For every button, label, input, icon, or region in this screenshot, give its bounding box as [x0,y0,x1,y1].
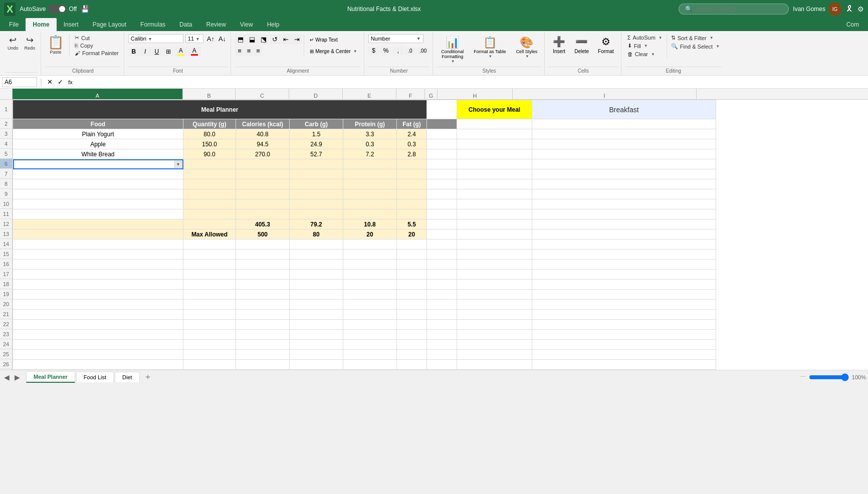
row-num-18[interactable]: 18 [0,279,12,289]
cell-g10[interactable] [427,199,457,209]
comments-label[interactable]: Com [839,18,866,31]
cell-d13[interactable]: 80 [290,229,343,239]
bold-button[interactable]: B [128,47,139,56]
cell-a1[interactable]: Meal Planner [13,100,427,119]
cell-a11[interactable] [13,209,183,219]
italic-button[interactable]: I [140,47,151,56]
autosave-toggle[interactable] [48,5,66,13]
row-num-26[interactable]: 26 [0,359,12,369]
format-button[interactable]: ⚙ Format [594,34,618,56]
row-num-25[interactable]: 25 [0,349,12,359]
cell-a10[interactable] [13,199,183,209]
decrease-decimal-button[interactable]: .0 [404,47,415,55]
font-color-button[interactable]: A [188,46,201,57]
align-top-left-button[interactable]: ⬒ [235,34,246,45]
cell-c11[interactable] [236,209,290,219]
cell-a5[interactable]: White Bread [13,149,183,159]
save-icon[interactable]: 💾 [81,5,89,13]
cell-b11[interactable] [183,209,236,219]
col-header-d[interactable]: D [289,89,343,99]
cell-a2[interactable]: Food [13,119,183,129]
formula-insert-function-button[interactable]: fx [66,78,75,86]
cell-b10[interactable] [183,199,236,209]
fill-button[interactable]: ⬇ Fill ▼ [625,42,665,50]
cell-i11[interactable] [532,209,716,219]
cell-h7[interactable] [457,169,532,179]
cell-e9[interactable] [343,189,397,199]
cell-i3[interactable] [532,129,716,139]
cell-a3[interactable]: Plain Yogurt [13,129,183,139]
cell-h1[interactable]: Choose your Meal [457,100,532,119]
cell-d7[interactable] [290,169,343,179]
row-num-2[interactable]: 2 [0,119,12,129]
cell-d8[interactable] [290,179,343,189]
delete-button[interactable]: ➖ Delete [570,34,593,56]
cell-c13[interactable]: 500 [236,229,290,239]
ribbon-icon[interactable]: 🎗 [845,5,853,14]
row-num-3[interactable]: 3 [0,129,12,139]
cell-f5[interactable]: 2.8 [397,149,427,159]
row-num-15[interactable]: 15 [0,249,12,259]
row-num-4[interactable]: 4 [0,139,12,149]
conditional-formatting-button[interactable]: 📊 Conditional Formatting ▼ [437,34,468,66]
cell-a25[interactable] [13,350,183,360]
cell-a24[interactable] [13,340,183,350]
col-header-i[interactable]: I [513,89,697,99]
cell-a16[interactable] [13,260,183,270]
cell-styles-button[interactable]: 🎨 Cell Styles ▼ [512,34,542,61]
cell-a21[interactable] [13,310,183,320]
cell-i9[interactable] [532,189,716,199]
cell-h13[interactable] [457,229,532,239]
cell-b8[interactable] [183,179,236,189]
accounting-button[interactable]: $ [368,46,379,55]
cell-c5[interactable]: 270.0 [236,149,290,159]
row-num-5[interactable]: 5 [0,149,12,159]
cell-e8[interactable] [343,179,397,189]
cut-button[interactable]: ✂ Cut [73,34,121,42]
cell-f6[interactable] [397,159,427,169]
minimize-icon[interactable]: ⚙ [857,5,864,13]
row-num-19[interactable]: 19 [0,289,12,299]
number-format-selector[interactable]: Number ▼ [368,34,423,43]
cell-e12[interactable]: 10.8 [343,219,397,229]
add-sheet-button[interactable]: ＋ [141,372,155,382]
cell-f13[interactable]: 20 [397,229,427,239]
cell-d4[interactable]: 24.9 [290,139,343,149]
cell-d2[interactable]: Carb (g) [290,119,343,129]
tab-file[interactable]: File [2,18,26,31]
cell-a13[interactable] [13,229,183,239]
cell-f11[interactable] [397,209,427,219]
col-header-f[interactable]: F [396,89,425,99]
cell-b6[interactable] [183,159,236,169]
cell-e10[interactable] [343,199,397,209]
tab-review[interactable]: Review [199,18,233,31]
row-num-6[interactable]: 6 [0,159,12,169]
font-name-selector[interactable]: Calibri ▼ [128,34,183,43]
col-header-a[interactable]: A [13,89,183,99]
cell-c3[interactable]: 40.8 [236,129,290,139]
cell-e11[interactable] [343,209,397,219]
percent-button[interactable]: % [380,46,392,55]
align-left-button[interactable]: ≡ [235,46,244,56]
tab-nav-prev-button[interactable]: ◀ [2,373,12,381]
cell-f8[interactable] [397,179,427,189]
row-num-7[interactable]: 7 [0,169,12,179]
row-num-20[interactable]: 20 [0,299,12,309]
cell-a18[interactable] [13,280,183,290]
cell-g4[interactable] [427,139,457,149]
cell-a14[interactable] [13,239,183,250]
cell-h5[interactable] [457,149,532,159]
cell-d6[interactable] [290,159,343,169]
cell-i4[interactable] [532,139,716,149]
row-num-11[interactable]: 11 [0,209,12,219]
row-num-13[interactable]: 13 [0,229,12,239]
autosum-button[interactable]: Σ AutoSum ▼ [625,34,665,41]
cell-e2[interactable]: Protein (g) [343,119,397,129]
align-top-right-button[interactable]: ⬔ [258,34,269,45]
cell-c7[interactable] [236,169,290,179]
clear-button[interactable]: 🗑 Clear ▼ [625,51,665,58]
align-right-button[interactable]: ≡ [254,46,263,56]
search-bar[interactable]: 🔍 [679,4,789,15]
sort-filter-button[interactable]: ⇅ Sort & Filter ▼ [669,34,722,42]
cell-g13[interactable] [427,229,457,239]
